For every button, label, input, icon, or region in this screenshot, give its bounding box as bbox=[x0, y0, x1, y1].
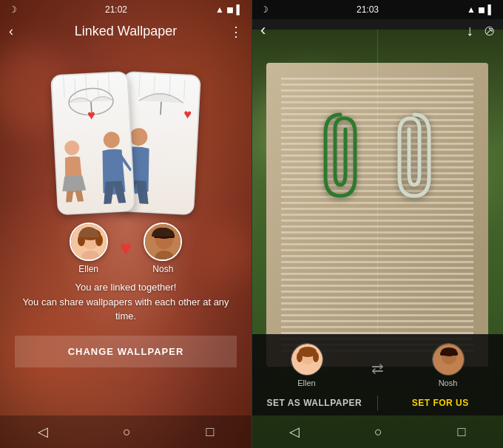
avatars-row: Ellen ♥ bbox=[70, 223, 183, 274]
svg-point-20 bbox=[297, 352, 303, 362]
right-nav-recent[interactable]: □ bbox=[457, 424, 465, 440]
right-nosh-item: Nosh bbox=[432, 343, 465, 387]
set-wallpaper-button[interactable]: SET AS WALLPAPER bbox=[252, 393, 377, 413]
girl-face-svg bbox=[71, 224, 108, 261]
left-menu-button[interactable]: ⋮ bbox=[229, 24, 243, 40]
umbrella-svg-2 bbox=[135, 84, 188, 117]
right-nav-bar: ◁ ○ □ bbox=[252, 415, 503, 448]
right-avatar-name: Nosh bbox=[152, 264, 173, 274]
green-paperclip bbox=[314, 107, 366, 203]
left-header: ‹ Linked Wallpaper ⋮ bbox=[0, 19, 252, 44]
svg-point-9 bbox=[78, 234, 85, 246]
svg-point-3 bbox=[103, 132, 120, 149]
silver-paperclip bbox=[388, 107, 440, 203]
sync-icon: ⇄ bbox=[371, 359, 384, 377]
svg-line-4 bbox=[160, 102, 161, 115]
change-wallpaper-button[interactable]: CHANGE WALLPAPER bbox=[15, 336, 237, 367]
girl-avatar-bg bbox=[71, 224, 107, 259]
svg-point-2 bbox=[64, 140, 80, 156]
left-bottom: Ellen ♥ bbox=[0, 214, 252, 367]
svg-point-21 bbox=[313, 352, 319, 362]
left-nav-recent[interactable]: □ bbox=[206, 424, 214, 440]
center-divider bbox=[377, 30, 378, 367]
left-avatar-name: Ellen bbox=[78, 264, 98, 274]
left-nav-home[interactable]: ○ bbox=[123, 424, 131, 440]
right-download-button[interactable]: ↓ bbox=[466, 22, 473, 39]
phone-heart: ♥ bbox=[87, 107, 96, 123]
right-nosh-name: Nosh bbox=[439, 379, 458, 387]
left-status-right: ▲ ◼ ▌ bbox=[215, 4, 243, 15]
right-girl-face bbox=[291, 344, 323, 376]
svg-rect-15 bbox=[154, 234, 175, 238]
left-status-bar: ☽ 21:02 ▲ ◼ ▌ bbox=[0, 0, 252, 19]
phone-heart-2: ♥ bbox=[183, 106, 192, 123]
linked-text: You are linked together! You can share w… bbox=[15, 280, 236, 324]
boy-figure bbox=[92, 129, 133, 208]
boy-avatar-bg bbox=[145, 224, 180, 259]
right-avatar-item: Nosh bbox=[144, 223, 182, 274]
left-phone-screen: ♥ bbox=[52, 72, 134, 214]
right-avatars-row: Ellen ⇄ Nosh bbox=[252, 334, 503, 387]
left-avatar-circle bbox=[70, 223, 108, 261]
right-action-buttons: SET AS WALLPAPER SET FOR US bbox=[252, 387, 503, 413]
right-ellen-name: Ellen bbox=[297, 379, 315, 387]
right-header-icons: ↓ ⎋ bbox=[466, 22, 494, 39]
left-avatar-item: Ellen bbox=[70, 223, 108, 274]
right-ellen-avatar bbox=[291, 343, 323, 376]
left-phone-mockup: ♥ bbox=[50, 71, 135, 215]
svg-rect-25 bbox=[440, 352, 458, 356]
left-status-time: 21:02 bbox=[105, 4, 127, 15]
right-status-icons: ▲ ◼ ▌ bbox=[467, 4, 494, 15]
left-nav-back[interactable]: ◁ bbox=[38, 424, 48, 440]
right-status-time: 21:03 bbox=[357, 4, 379, 15]
right-avatar-circle bbox=[144, 223, 182, 261]
right-ellen-item: Ellen bbox=[291, 343, 323, 387]
right-header: ‹ ↓ ⎋ bbox=[252, 16, 503, 44]
right-nosh-avatar bbox=[432, 343, 465, 376]
left-back-button[interactable]: ‹ bbox=[9, 24, 13, 39]
left-header-title: Linked Wallpaper bbox=[75, 24, 177, 39]
phones-container: ♥ bbox=[0, 44, 252, 214]
right-panel: ☽ 21:03 ▲ ◼ ▌ ‹ ↓ ⎋ bbox=[252, 0, 503, 448]
right-boy-face bbox=[433, 344, 465, 376]
set-for-us-button[interactable]: SET FOR US bbox=[378, 393, 504, 413]
right-bottom-bar: Ellen ⇄ Nosh SET AS WALLPAPER bbox=[252, 334, 503, 415]
svg-point-13 bbox=[155, 231, 173, 249]
left-phone-illustration: ♥ bbox=[52, 72, 134, 214]
left-panel: ☽ 21:02 ▲ ◼ ▌ ‹ Linked Wallpaper ⋮ bbox=[0, 0, 252, 448]
boy-face-svg bbox=[145, 224, 182, 261]
svg-point-5 bbox=[129, 128, 148, 146]
girl-figure bbox=[57, 138, 90, 206]
right-nav-home[interactable]: ○ bbox=[374, 424, 382, 440]
right-back-button[interactable]: ‹ bbox=[260, 21, 266, 40]
svg-point-10 bbox=[95, 234, 103, 246]
couple-heart: ♥ bbox=[120, 237, 132, 260]
panel-divider bbox=[252, 0, 252, 448]
right-share-button[interactable]: ⎋ bbox=[482, 26, 499, 35]
left-nav-bar: ◁ ○ □ bbox=[0, 415, 252, 448]
right-nav-back[interactable]: ◁ bbox=[289, 424, 300, 440]
left-status-icon: ☽ bbox=[9, 4, 17, 15]
right-status-moon: ☽ bbox=[260, 4, 269, 15]
